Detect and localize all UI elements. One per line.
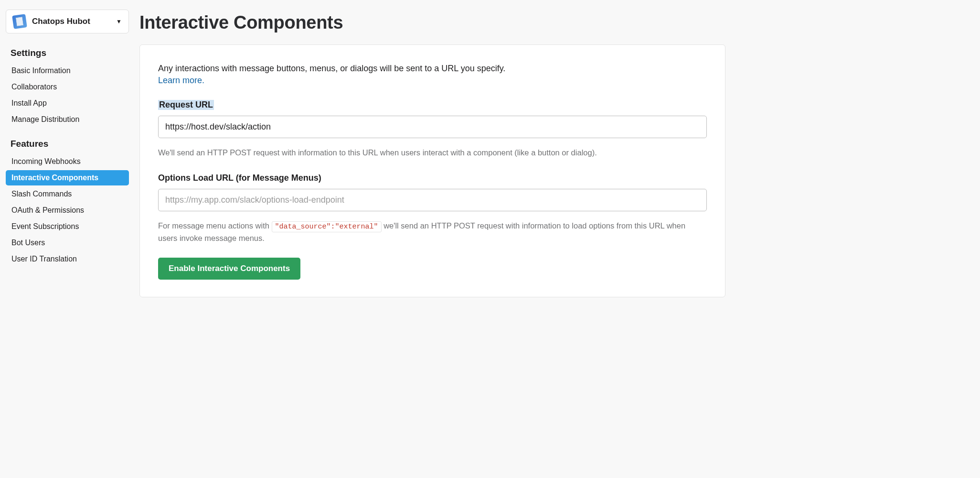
main-content: Interactive Components Any interactions … (139, 10, 735, 297)
options-help-prefix: For message menu actions with (158, 221, 272, 230)
settings-heading: Settings (6, 45, 129, 63)
enable-button[interactable]: Enable Interactive Components (158, 258, 300, 280)
sidebar-item-basic-information[interactable]: Basic Information (6, 63, 129, 78)
sidebar-item-interactive-components[interactable]: Interactive Components (6, 170, 129, 185)
options-url-input[interactable] (158, 189, 707, 211)
request-url-help: We'll send an HTTP POST request with inf… (158, 147, 707, 159)
settings-panel: Any interactions with message buttons, m… (139, 44, 725, 297)
sidebar: Chatops Hubot ▼ Settings Basic Informati… (6, 10, 129, 297)
sidebar-item-oauth-permissions[interactable]: OAuth & Permissions (6, 203, 129, 218)
sidebar-item-bot-users[interactable]: Bot Users (6, 235, 129, 250)
page-title: Interactive Components (139, 12, 725, 33)
sidebar-item-user-id-translation[interactable]: User ID Translation (6, 251, 129, 267)
chevron-down-icon: ▼ (116, 18, 122, 25)
app-name: Chatops Hubot (32, 17, 110, 26)
options-url-label: Options Load URL (for Message Menus) (158, 173, 321, 183)
app-selector[interactable]: Chatops Hubot ▼ (6, 10, 129, 33)
app-icon (12, 14, 27, 29)
code-snippet: "data_source":"external" (272, 221, 382, 232)
intro-text: Any interactions with message buttons, m… (158, 62, 707, 75)
learn-more-link[interactable]: Learn more. (158, 76, 204, 86)
sidebar-item-incoming-webhooks[interactable]: Incoming Webhooks (6, 154, 129, 169)
sidebar-item-collaborators[interactable]: Collaborators (6, 79, 129, 95)
request-url-input[interactable] (158, 116, 707, 138)
sidebar-item-manage-distribution[interactable]: Manage Distribution (6, 112, 129, 127)
options-url-help: For message menu actions with "data_sour… (158, 220, 707, 244)
sidebar-item-install-app[interactable]: Install App (6, 96, 129, 111)
request-url-label: Request URL (158, 100, 214, 110)
sidebar-item-slash-commands[interactable]: Slash Commands (6, 186, 129, 202)
sidebar-item-event-subscriptions[interactable]: Event Subscriptions (6, 219, 129, 234)
features-heading: Features (6, 136, 129, 154)
